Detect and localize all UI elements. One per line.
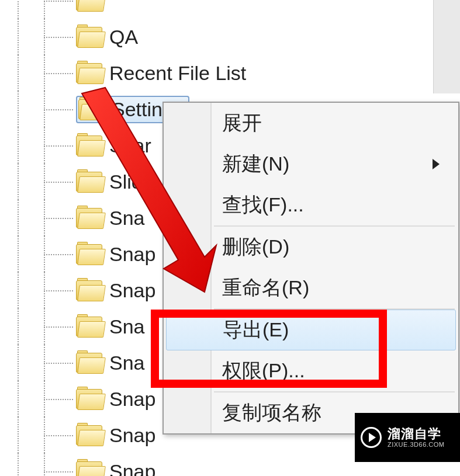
tree-item-label: QA — [109, 26, 138, 48]
tree-item-label: Sna — [109, 207, 145, 230]
tree-item-label: Snap — [109, 388, 155, 411]
folder-icon — [76, 424, 102, 446]
tree-item-label: Sna — [109, 315, 145, 338]
menu-permissions[interactable]: 权限(P)... — [164, 350, 458, 391]
folder-icon — [76, 0, 102, 12]
watermark-title: 溜溜自学 — [388, 427, 444, 441]
menu-export[interactable]: 导出(E) — [166, 310, 456, 350]
folder-icon — [76, 460, 102, 476]
folder-icon — [76, 62, 102, 84]
tree-item-label: Snap — [109, 279, 155, 302]
tree-item-label: Slide — [109, 171, 154, 193]
watermark-url: ZIXUE.3D66.COM — [388, 441, 444, 448]
menu-label: 重命名(R) — [222, 275, 309, 301]
folder-icon — [76, 134, 102, 157]
menu-label: 复制项名称 — [222, 399, 321, 426]
menu-label: 导出(E) — [223, 317, 289, 343]
menu-label: 权限(P)... — [222, 357, 305, 384]
submenu-arrow-icon — [433, 159, 440, 169]
folder-icon — [76, 26, 102, 48]
menu-find[interactable]: 查找(F)... — [164, 185, 458, 225]
tree-item-label: Snap — [109, 243, 155, 266]
menu-label: 展开 — [222, 110, 262, 137]
folder-icon — [76, 352, 102, 374]
watermark: 溜溜自学 ZIXUE.3D66.COM — [355, 413, 460, 462]
tree-item[interactable] — [0, 0, 433, 19]
tree-item-recent-file-list[interactable]: Recent File List — [0, 55, 433, 91]
menu-rename[interactable]: 重命名(R) — [164, 267, 458, 308]
menu-label: 删除(D) — [222, 234, 289, 260]
scrollbar-region[interactable] — [433, 0, 460, 93]
folder-icon — [78, 98, 105, 120]
folder-icon — [76, 171, 102, 193]
tree-item-label: Snap — [109, 460, 155, 477]
menu-delete[interactable]: 删除(D) — [164, 227, 458, 267]
tree-item-label: Recent File List — [109, 62, 246, 85]
folder-icon — [76, 243, 102, 265]
folder-icon — [76, 279, 102, 301]
tree-item-qa[interactable]: QA — [0, 19, 433, 55]
menu-new[interactable]: 新建(N) — [164, 144, 458, 185]
play-icon — [361, 427, 382, 448]
menu-expand[interactable]: 展开 — [164, 103, 458, 144]
folder-icon — [76, 207, 102, 229]
tree-item-label: Snap — [109, 424, 155, 447]
folder-icon — [76, 315, 102, 338]
menu-label: 查找(F)... — [222, 192, 304, 218]
folder-icon — [76, 388, 102, 410]
tree-item-label: Sna — [109, 352, 145, 374]
tree-item-label: Shar — [109, 134, 151, 157]
context-menu: 展开 新建(N) 查找(F)... 删除(D) 重命名(R) 导出(E) 权限(… — [162, 102, 459, 435]
menu-label: 新建(N) — [222, 151, 289, 178]
